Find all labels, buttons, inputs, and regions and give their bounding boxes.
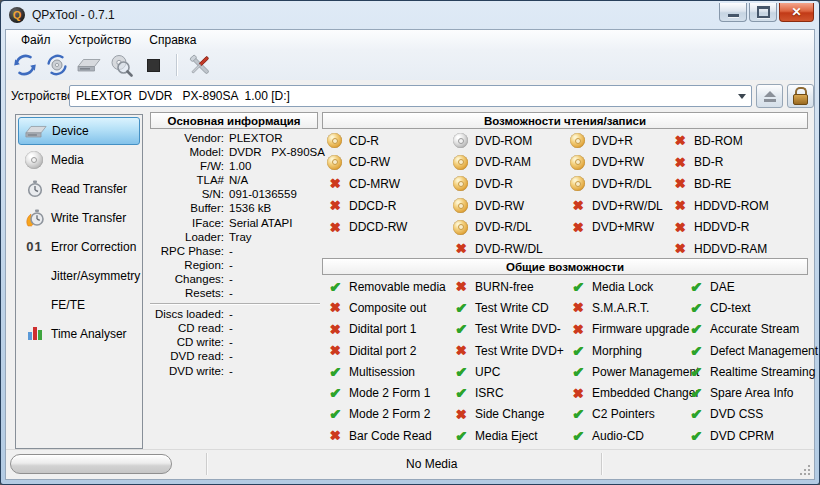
minimize-button[interactable] <box>719 3 747 22</box>
capability-status-icon <box>570 176 585 191</box>
sidebar-item-write-transfer[interactable]: Write Transfer <box>18 203 140 232</box>
stop-button[interactable] <box>140 52 166 78</box>
capability-status-icon <box>688 406 704 422</box>
capability-item: Mode 2 Form 2 <box>327 404 446 425</box>
general-caps-grid: Removable media Composite out Didital po… <box>322 276 808 449</box>
stopwatch-icon <box>21 180 48 198</box>
capability-status-icon <box>453 321 469 337</box>
rescan-devices-button[interactable] <box>12 52 38 78</box>
sidebar-item-media[interactable]: Media <box>18 145 140 174</box>
capability-item: DVD+R/DL <box>570 173 663 195</box>
close-button[interactable]: ✕ <box>779 3 814 22</box>
eject-icon-bar <box>764 99 776 102</box>
capability-item: Media Lock <box>570 276 699 297</box>
capability-item: Bar Code Read <box>327 425 446 446</box>
capability-status-icon <box>688 364 704 380</box>
preferences-button[interactable] <box>187 52 213 78</box>
menu-file[interactable]: Файл <box>12 31 60 49</box>
info-row: Discs loaded:- <box>150 307 320 321</box>
capability-item: DVD CPRM <box>688 425 818 446</box>
capability-item: HDDVD-ROM <box>672 195 769 217</box>
capability-status-icon <box>688 428 704 444</box>
info-row: DVD write:- <box>150 364 320 378</box>
device-select[interactable]: PLEXTOR DVDR PX-890SA 1.00 [D:] <box>69 85 752 107</box>
toolbar <box>6 50 814 80</box>
capability-status-icon <box>570 343 586 359</box>
capability-item: DVD+RW <box>570 152 663 174</box>
drive-info-button[interactable] <box>76 52 102 78</box>
capability-status-icon <box>672 219 688 235</box>
capability-item: Audio-CD <box>570 425 699 446</box>
capability-status-icon <box>688 279 704 295</box>
lock-icon-body <box>793 94 808 105</box>
capability-status-icon <box>672 133 688 149</box>
sidebar-item-label: Error Correction <box>51 240 136 254</box>
capability-item: Test Write CD <box>453 297 564 318</box>
capability-status-icon <box>453 279 469 295</box>
sidebar-item-read-transfer[interactable]: Read Transfer <box>18 174 140 203</box>
capability-item: DVD-RW/DL <box>453 238 543 260</box>
capability-status-icon <box>570 385 586 401</box>
maximize-button[interactable] <box>749 3 777 22</box>
rw-caps-grid: CD-R CD-RW CD-MRW DDCD-R DDCD-RW DVD-ROM… <box>322 130 808 262</box>
capability-item: CD-RW <box>327 152 407 174</box>
capability-item: Power Management <box>570 361 699 382</box>
capability-status-icon <box>327 385 343 401</box>
info-row: S/N:091-0136559 <box>150 187 320 201</box>
drive-icon <box>77 57 101 73</box>
scan-disc-button[interactable] <box>108 52 134 78</box>
capability-status-icon <box>453 343 469 359</box>
info-row: Region:- <box>150 258 320 272</box>
minimize-icon <box>728 14 739 17</box>
capability-status-icon <box>453 385 469 401</box>
info-row: Vendor:PLEXTOR <box>150 131 320 145</box>
info-panel: Vendor:PLEXTOR Model:DVDR PX-890SA F/W:1… <box>150 131 320 378</box>
info-row: Buffer:1536 kB <box>150 201 320 215</box>
capability-status-icon <box>453 364 469 380</box>
capability-item: HDDVD-RAM <box>672 238 769 260</box>
capability-item: BURN-free <box>453 276 564 297</box>
capability-item: BD-ROM <box>672 130 769 152</box>
statusbar-separator <box>601 453 603 475</box>
capability-item: Spare Area Info <box>688 382 818 403</box>
title-bar[interactable]: Q QPxTool - 0.7.1 <box>1 1 819 29</box>
app-logo-icon[interactable]: Q <box>9 7 25 23</box>
capability-item: CD-text <box>688 297 818 318</box>
sidebar-item-label: Write Transfer <box>51 211 126 225</box>
stopwatch-flame-icon <box>21 209 48 227</box>
capability-item: Mode 2 Form 1 <box>327 382 446 403</box>
capability-item: DVD+RW/DL <box>570 195 663 217</box>
capability-status-icon <box>327 176 343 192</box>
capability-status-icon <box>327 406 343 422</box>
capability-status-icon <box>570 364 586 380</box>
sidebar-item-time-analyser[interactable]: Time Analyser <box>18 319 140 348</box>
capability-item: Test Write DVD+ <box>453 340 564 361</box>
sidebar-item-fe-te[interactable]: FE/TE <box>18 290 140 319</box>
menu-device[interactable]: Устройство <box>60 31 141 49</box>
rescan-devices-icon <box>13 53 37 77</box>
menu-help[interactable]: Справка <box>140 31 205 49</box>
capability-item: Realtime Streaming <box>688 361 818 382</box>
rescan-media-button[interactable] <box>44 52 70 78</box>
capability-status-icon <box>327 279 343 295</box>
sidebar-item-device[interactable]: Device <box>18 117 140 145</box>
lock-button[interactable] <box>787 84 814 108</box>
capability-status-icon <box>570 133 585 148</box>
info-panel-header: Основная информация <box>150 112 318 129</box>
capability-status-icon <box>327 321 343 337</box>
capability-item: DVD CSS <box>688 404 818 425</box>
capability-item: DDCD-R <box>327 195 407 217</box>
capability-item: Didital port 2 <box>327 340 446 361</box>
status-bar: No Media <box>6 449 814 479</box>
capability-item: DVD-R/DL <box>453 216 543 238</box>
sidebar-item-jitter-asymmetry[interactable]: Jitter/Asymmetry <box>18 261 140 290</box>
scan-disc-icon <box>109 53 133 77</box>
info-row: DVD read:- <box>150 349 320 363</box>
eject-button[interactable] <box>756 84 783 108</box>
capability-status-icon <box>672 241 688 257</box>
sidebar-item-label: FE/TE <box>51 298 85 312</box>
bar-chart-icon <box>21 327 48 340</box>
resize-grip[interactable] <box>798 463 811 476</box>
sidebar-item-error-correction[interactable]: 01 Error Correction <box>18 232 140 261</box>
capability-item: CD-R <box>327 130 407 152</box>
